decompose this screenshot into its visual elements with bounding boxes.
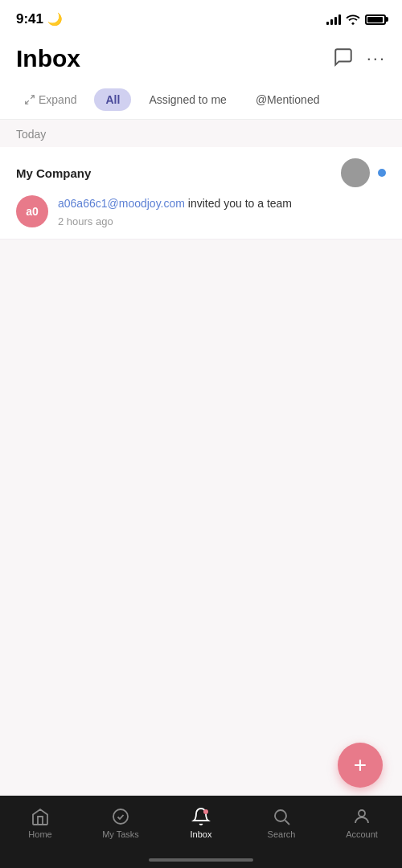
email-link[interactable]: a06a66c1@moodjoy.com <box>58 197 185 210</box>
notification-body: invited you to a team <box>185 197 292 210</box>
battery-icon <box>365 14 386 25</box>
page-header: Inbox ··· <box>0 35 402 80</box>
account-icon <box>352 807 371 826</box>
notification-group: My Company a0 a06a66c1@moodjoy.com invit… <box>0 147 402 240</box>
avatar: a0 <box>16 195 48 227</box>
notification-content: a06a66c1@moodjoy.com invited you to a te… <box>58 195 386 227</box>
nav-label-mytasks: My Tasks <box>102 829 139 839</box>
status-bar: 9:41 🌙 <box>0 0 402 35</box>
nav-item-search[interactable]: Search <box>241 804 322 839</box>
svg-point-4 <box>275 810 286 821</box>
group-header: My Company <box>16 158 386 187</box>
svg-line-1 <box>26 100 29 104</box>
svg-line-5 <box>285 821 290 825</box>
bottom-nav: Home My Tasks Inbox Search Account <box>0 796 402 868</box>
nav-label-inbox: Inbox <box>191 829 212 839</box>
nav-label-home: Home <box>28 829 51 839</box>
more-options-icon[interactable]: ··· <box>367 48 386 69</box>
group-actions <box>341 158 386 187</box>
notification-text: a06a66c1@moodjoy.com invited you to a te… <box>58 195 386 212</box>
status-time: 9:41 <box>16 11 43 27</box>
signal-icon <box>326 14 341 25</box>
status-icons <box>326 14 386 25</box>
header-actions: ··· <box>333 47 386 71</box>
expand-label: Expand <box>39 93 76 106</box>
wifi-icon <box>346 14 360 25</box>
notification-item: a0 a06a66c1@moodjoy.com invited you to a… <box>16 195 386 227</box>
mytasks-icon <box>111 807 130 826</box>
section-today: Today <box>0 120 402 147</box>
svg-point-3 <box>203 809 208 814</box>
nav-item-home[interactable]: Home <box>0 804 80 839</box>
inbox-icon <box>191 807 211 826</box>
nav-item-account[interactable]: Account <box>322 804 402 839</box>
expand-button[interactable]: Expand <box>13 88 88 111</box>
nav-item-inbox[interactable]: Inbox <box>161 804 241 839</box>
page-title: Inbox <box>16 45 80 72</box>
nav-label-account: Account <box>346 829 378 839</box>
home-icon <box>31 807 50 826</box>
tab-assigned[interactable]: Assigned to me <box>137 88 238 111</box>
tab-all[interactable]: All <box>94 88 131 111</box>
unread-dot <box>378 169 386 177</box>
svg-point-6 <box>359 810 365 817</box>
notification-time: 2 hours ago <box>58 215 386 227</box>
main-content <box>0 240 402 807</box>
nav-label-search: Search <box>268 829 296 839</box>
svg-line-0 <box>31 96 34 99</box>
group-name: My Company <box>16 166 91 180</box>
moon-icon: 🌙 <box>47 12 63 27</box>
group-avatar <box>341 158 370 187</box>
add-button[interactable]: + <box>338 743 383 788</box>
add-icon: + <box>354 752 367 778</box>
nav-item-mytasks[interactable]: My Tasks <box>80 804 161 839</box>
home-indicator <box>149 858 253 862</box>
tab-mentioned[interactable]: @Mentioned <box>244 88 331 111</box>
svg-point-2 <box>113 809 128 824</box>
search-icon <box>272 807 291 826</box>
filter-tabs: Expand All Assigned to me @Mentioned <box>0 80 402 120</box>
chat-icon[interactable] <box>333 47 354 71</box>
